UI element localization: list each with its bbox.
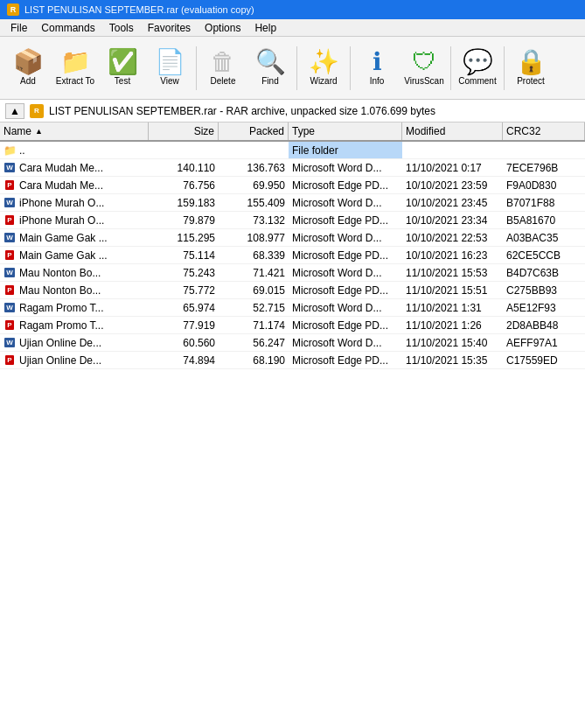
extract-label: Extract To (56, 76, 94, 86)
file-name-text: Ragam Promo T... (19, 319, 103, 332)
table-row[interactable]: PiPhone Murah O...79.87973.132Microsoft … (0, 212, 585, 229)
table-row[interactable]: WRagam Promo T...65.97452.715Microsoft W… (0, 299, 585, 317)
table-row[interactable]: PCara Mudah Me...76.75669.950Microsoft E… (0, 177, 585, 194)
folder-icon: 📁 (3, 144, 16, 157)
file-packed-cell (219, 142, 289, 158)
menu-item-help[interactable]: Help (247, 21, 283, 35)
delete-icon: 🗑 (211, 50, 235, 74)
extract-button[interactable]: 📁Extract To (52, 41, 98, 95)
table-row[interactable]: WUjian Online De...60.56056.247Microsoft… (0, 334, 585, 352)
file-rows-container: 📁..File folderWCara Mudah Me...140.11013… (0, 142, 585, 369)
file-name-text: Main Game Gak ... (19, 232, 108, 244)
path-text: LIST PENULISAN SEPTEMBER.rar - RAR archi… (49, 105, 435, 117)
file-name-text: Cara Mudah Me... (19, 179, 103, 192)
protect-icon: 🔒 (516, 50, 547, 74)
app-icon: R (7, 4, 19, 16)
table-row[interactable]: PMain Game Gak ...75.11468.339Microsoft … (0, 247, 585, 264)
column-header-crc32[interactable]: CRC32 (503, 122, 585, 140)
file-crc32-cell: 7ECE796B (503, 159, 585, 176)
file-crc32-cell (503, 142, 585, 158)
file-size-cell: 159.183 (149, 194, 219, 211)
menu-item-tools[interactable]: Tools (102, 21, 141, 35)
view-button[interactable]: 📄View (147, 41, 192, 95)
menu-item-options[interactable]: Options (198, 21, 247, 35)
title-bar: R LIST PENULISAN SEPTEMBER.rar (evaluati… (0, 0, 585, 19)
comment-button[interactable]: 💬Comment (455, 41, 500, 95)
test-button[interactable]: ✅Test (100, 41, 145, 95)
file-name-text: Ujian Online De... (19, 354, 101, 367)
file-crc32-cell: B4D7C63B (503, 264, 585, 281)
file-size-cell: 140.110 (149, 159, 219, 176)
toolbar-separator (350, 46, 351, 90)
toolbar-separator (504, 46, 505, 90)
file-type-cell: Microsoft Word D... (289, 334, 402, 351)
wizard-label: Wizard (310, 76, 337, 86)
table-row[interactable]: PRagam Promo T...77.91971.174Microsoft E… (0, 317, 585, 334)
pdf-icon: P (3, 354, 16, 367)
file-type-cell: Microsoft Word D... (289, 299, 402, 316)
file-crc32-cell: F9A0D830 (503, 177, 585, 193)
file-modified-cell: 10/10/2021 16:23 (402, 247, 503, 263)
column-header-modified[interactable]: Modified (402, 122, 503, 140)
file-name-text: Cara Mudah Me... (19, 162, 103, 174)
delete-button[interactable]: 🗑Delete (200, 41, 246, 95)
file-modified-cell: 11/10/2021 15:51 (402, 282, 503, 298)
file-list-container[interactable]: Name ▲ Size Packed Type Modified CRC32 📁… (0, 122, 585, 728)
table-row[interactable]: WCara Mudah Me...140.110136.763Microsoft… (0, 159, 585, 177)
file-modified-cell: 11/10/2021 0:17 (402, 159, 503, 176)
file-name-text: Ujian Online De... (19, 337, 101, 349)
info-button[interactable]: ℹInfo (354, 41, 400, 95)
find-button[interactable]: 🔍Find (247, 41, 293, 95)
column-header-name[interactable]: Name ▲ (0, 122, 149, 140)
file-modified-cell: 10/10/2021 22:53 (402, 229, 503, 246)
table-row[interactable]: 📁..File folder (0, 142, 585, 159)
file-packed-cell: 56.247 (219, 334, 289, 351)
file-crc32-cell: B5A81670 (503, 212, 585, 228)
table-row[interactable]: WMain Game Gak ...115.295108.977Microsof… (0, 229, 585, 247)
file-name-text: Mau Nonton Bo... (19, 267, 101, 279)
file-packed-cell: 71.421 (219, 264, 289, 281)
file-packed-cell: 155.409 (219, 194, 289, 211)
pdf-icon: P (3, 319, 16, 332)
table-row[interactable]: WMau Nonton Bo...75.24371.421Microsoft W… (0, 264, 585, 282)
file-crc32-cell: 2D8ABB48 (503, 317, 585, 333)
table-row[interactable]: PMau Nonton Bo...75.77269.015Microsoft E… (0, 282, 585, 299)
toolbar-separator (196, 46, 197, 90)
word-icon: W (3, 337, 16, 349)
file-modified-cell: 11/10/2021 15:53 (402, 264, 503, 281)
window-title: LIST PENULISAN SEPTEMBER.rar (evaluation… (24, 4, 254, 15)
table-row[interactable]: PUjian Online De...74.89468.190Microsoft… (0, 352, 585, 369)
file-name-cell: 📁.. (0, 142, 149, 158)
menu-item-file[interactable]: File (3, 21, 34, 35)
file-name-cell: PMau Nonton Bo... (0, 282, 149, 298)
wizard-button[interactable]: ✨Wizard (301, 41, 346, 95)
file-packed-cell: 136.763 (219, 159, 289, 176)
info-icon: ℹ (373, 50, 382, 74)
add-button[interactable]: 📦Add (5, 41, 51, 95)
menu-item-favorites[interactable]: Favorites (141, 21, 198, 35)
column-header-size[interactable]: Size (149, 122, 219, 140)
file-type-cell: Microsoft Edge PD... (289, 282, 402, 298)
file-crc32-cell: AEFF97A1 (503, 334, 585, 351)
navigate-up-button[interactable]: ▲ (5, 103, 24, 119)
virusscan-button[interactable]: 🛡VirusScan (401, 41, 447, 95)
toolbar-separator (450, 46, 451, 90)
file-type-cell: Microsoft Word D... (289, 229, 402, 246)
menu-item-commands[interactable]: Commands (34, 21, 101, 35)
file-size-cell: 75.243 (149, 264, 219, 281)
add-label: Add (20, 76, 36, 86)
column-header-type[interactable]: Type (289, 122, 402, 140)
file-packed-cell: 52.715 (219, 299, 289, 316)
table-row[interactable]: WiPhone Murah O...159.183155.409Microsof… (0, 194, 585, 212)
file-name-cell: PUjian Online De... (0, 352, 149, 368)
view-icon: 📄 (155, 50, 185, 74)
column-header-packed[interactable]: Packed (219, 122, 289, 140)
file-name-text: .. (19, 144, 25, 157)
file-packed-cell: 108.977 (219, 229, 289, 246)
test-icon: ✅ (108, 50, 138, 74)
protect-button[interactable]: 🔒Protect (508, 41, 554, 95)
file-name-text: iPhone Murah O... (19, 197, 104, 209)
archive-icon: R (30, 104, 44, 118)
file-type-cell: Microsoft Edge PD... (289, 247, 402, 263)
comment-label: Comment (458, 76, 496, 86)
